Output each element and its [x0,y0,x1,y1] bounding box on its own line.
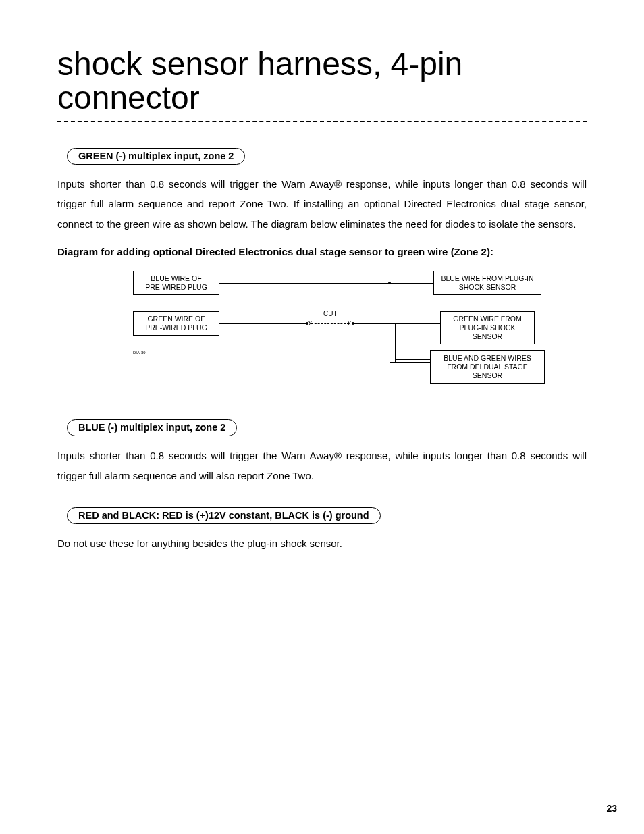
diagram-line-green-right [353,323,440,324]
diagram-box-right-mid: GREEN WIRE FROMPLUG-IN SHOCK SENSOR [440,311,535,344]
pill-green: GREEN (-) multiplex input, zone 2 [67,148,245,165]
diagram-line-blue [219,283,433,284]
diagram-box-right-top: BLUE WIRE FROM PLUG-INSHOCK SENSOR [433,271,541,295]
diagram-cut-label: CUT [323,310,338,317]
body-green: Inputs shorter than 0.8 seconds will tri… [57,174,587,234]
diagram-line-bot-b [395,359,430,360]
diagram-cut-dot-right [352,322,354,325]
diagram-cut-x-right: x [348,319,351,327]
wiring-diagram: BLUE WIRE OFPRE-WIRED PLUG GREEN WIRE OF… [86,271,558,382]
diagram-box-left-bottom: GREEN WIRE OFPRE-WIRED PLUG [133,311,219,336]
page-title: shock sensor harness, 4-pin connector [57,47,587,117]
body-redblack: Do not use these for anything besides th… [57,533,587,553]
diagram-box-right-bot: BLUE AND GREEN WIRESFROM DEI DUAL STAGE … [430,350,545,384]
diagram-caption: Diagram for adding optional Directed Ele… [57,246,587,257]
diagram-line-vert-green [395,323,396,362]
pill-blue: BLUE (-) multiplex input, zone 2 [67,419,237,436]
diagram-line-cut-gap [311,323,349,324]
pill-redblack: RED and BLACK: RED is (+)12V constant, B… [67,507,381,524]
diagram-box-left-top: BLUE WIRE OFPRE-WIRED PLUG [133,271,219,295]
diagram-line-bot-a [390,362,430,363]
diagram-cut-x-left: x [308,319,312,327]
diagram-line-vert-blue [390,283,390,362]
body-blue: Inputs shorter than 0.8 seconds will tri… [57,446,587,486]
title-rule [57,121,587,122]
diagram-line-green-left [219,323,307,324]
page-number: 23 [606,803,617,814]
diagram-tag: DIA-39 [133,350,146,355]
